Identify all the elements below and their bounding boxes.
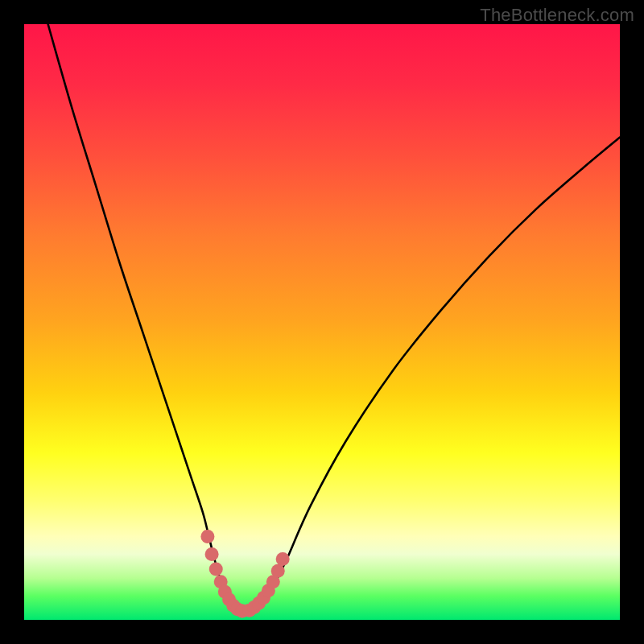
chart-curves-svg <box>24 24 620 620</box>
outer-frame: TheBottleneck.com <box>0 0 644 644</box>
overlay-dots-right <box>235 552 289 617</box>
chart-plot-area <box>24 24 620 620</box>
overlay-dot <box>276 552 290 566</box>
overlay-dot <box>200 530 214 543</box>
curve-right <box>245 138 620 612</box>
curve-left <box>48 24 245 612</box>
overlay-dot <box>271 564 285 578</box>
watermark-text: TheBottleneck.com <box>480 5 634 26</box>
overlay-dot <box>205 547 219 561</box>
overlay-dot <box>209 563 223 576</box>
